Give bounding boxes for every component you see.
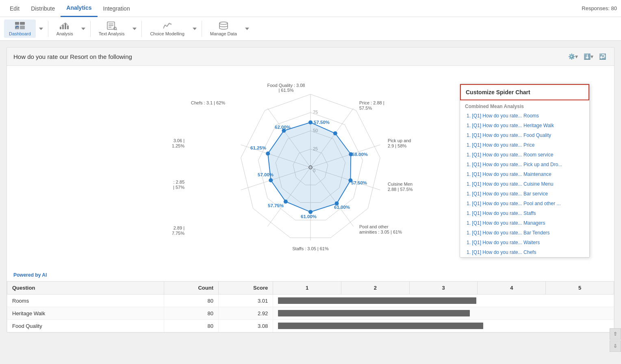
top-navigation: Edit Distribute Analytics Integration Re… [0, 0, 621, 17]
svg-rect-7 [67, 26, 69, 29]
dropdown-item-12[interactable]: 1. [Q1] How do you rate... Bar Tenders [460, 228, 589, 238]
data-point-price [333, 131, 337, 135]
label-pool-sub: aminities : 3.05 | 61% [359, 230, 402, 234]
label-pool: Pool and other [359, 224, 389, 229]
main-toolbar: Dashboard Analysis Text Analysis [0, 17, 621, 41]
toolbar-manage-data[interactable]: Manage Data [205, 20, 242, 38]
data-point-managers [284, 199, 288, 204]
col-count: Count [164, 282, 218, 295]
choice-modelling-icon [162, 21, 173, 30]
cell-bar-heritage [273, 307, 614, 320]
analysis-label: Analysis [56, 31, 73, 36]
data-point-bar-tenders [269, 178, 273, 182]
scroll-up-button[interactable]: ⇧ [610, 328, 621, 333]
toolbar-text-analysis[interactable]: Text Analysis [94, 20, 130, 38]
toolbar-choice-modelling[interactable]: Choice Modelling [145, 20, 189, 38]
dropdown-item-7[interactable]: 1. [Q1] How do you rate... Cuisine Menu [460, 179, 589, 189]
manage-data-dropdown[interactable] [243, 25, 251, 32]
cell-bar-rooms [273, 295, 614, 307]
value-staffs: 61.00% [301, 214, 317, 219]
dropdown-item-8[interactable]: 1. [Q1] How do you rate... Bar service [460, 189, 589, 199]
data-point-food-quality [308, 120, 313, 124]
label-price-sub: 57.5% [359, 106, 372, 110]
label-waiters-sub: 61.25% [172, 143, 185, 148]
col-5: 5 [546, 282, 614, 295]
svg-point-14 [219, 22, 228, 24]
dashboard-icon [14, 21, 26, 30]
label-cuisine-sub: 2.88 | 57.5% [388, 187, 413, 192]
dashboard-dropdown[interactable] [37, 25, 45, 32]
label-bar-tenders: Bar Tenders : 2.85 [172, 180, 185, 184]
customize-spider-dropdown: Customize Spider Chart Combined Mean Ana… [460, 84, 590, 258]
dropdown-item-4[interactable]: 1. [Q1] How do you rate... Room service [460, 150, 589, 160]
dropdown-item-3[interactable]: 1. [Q1] How do you rate... Price [460, 140, 589, 150]
analysis-dropdown[interactable] [80, 25, 87, 32]
nav-integration[interactable]: Integration [98, 0, 136, 17]
powered-by-label: Powered by AI [7, 269, 614, 281]
settings-action-btn[interactable]: ⚙️▾ [567, 52, 580, 61]
svg-rect-6 [65, 23, 66, 29]
toolbar-separator-3 [141, 21, 142, 37]
dropdown-item-5[interactable]: 1. [Q1] How do you rate... Pick up and D… [460, 160, 589, 169]
svg-rect-4 [60, 27, 61, 29]
dropdown-item-0[interactable]: 1. [Q1] How do you rate... Rooms [460, 111, 589, 121]
label-managers-sub: 57.75% [172, 231, 185, 236]
spider-chart-container: .spider-ring { fill: none; stroke: #ccc;… [172, 74, 449, 261]
nav-analytics[interactable]: Analytics [61, 0, 97, 17]
label-pickup: Pick up and [388, 138, 411, 143]
value-cuisine: 57.50% [351, 180, 367, 185]
manage-data-label: Manage Data [210, 31, 237, 36]
cell-count-rooms: 80 [164, 295, 218, 307]
cell-count-food-quality: 80 [164, 320, 218, 332]
value-pool: 61.00% [334, 205, 350, 210]
toolbar-analysis[interactable]: Analysis [52, 20, 78, 38]
dropdown-item-11[interactable]: 1. [Q1] How do you rate... Managers [460, 218, 589, 228]
label-managers: Managers : 2.89 | [172, 225, 185, 230]
data-point-staffs [308, 210, 313, 214]
download-action-btn[interactable]: ⬇️▾ [582, 52, 595, 61]
spider-data-polygon [268, 122, 351, 212]
cell-score-food-quality: 3.08 [219, 320, 273, 332]
dropdown-item-1[interactable]: 1. [Q1] How do you rate... Heritage Walk [460, 121, 589, 130]
svg-line-13 [116, 29, 117, 30]
col-score: Score [219, 282, 273, 295]
dropdown-item-14[interactable]: 1. [Q1] How do you rate... Chefs [460, 247, 589, 257]
table-row: Heritage Walk 80 2.92 [7, 307, 614, 320]
manage-data-icon [218, 21, 229, 30]
label-chefs: Chefs : 3.1 | 62% [191, 100, 225, 105]
ring-label-75: 75 [313, 110, 318, 115]
nav-distribute[interactable]: Distribute [25, 0, 61, 17]
value-food-quality: 57.50% [314, 120, 330, 125]
dropdown-item-2[interactable]: 1. [Q1] How do you rate... Food Quality [460, 130, 589, 140]
dropdown-item-6[interactable]: 1. [Q1] How do you rate... Maintenance [460, 169, 589, 179]
cell-question-rooms: Rooms [7, 295, 164, 307]
toolbar-separator-4 [202, 21, 202, 37]
dropdown-item-13[interactable]: 1. [Q1] How do you rate... Waiters [460, 238, 589, 247]
dropdown-item-9[interactable]: 1. [Q1] How do you rate... Pool and othe… [460, 199, 589, 208]
dropdown-item-10[interactable]: 1. [Q1] How do you rate... Staffs [460, 208, 589, 218]
svg-rect-1 [20, 22, 25, 25]
chart-title: How do you rate our Resort on the follow… [13, 53, 567, 60]
text-analysis-dropdown[interactable] [131, 25, 138, 32]
nav-edit[interactable]: Edit [4, 0, 25, 17]
chart-header: How do you rate our Resort on the follow… [7, 48, 614, 66]
bar-food-quality [278, 323, 483, 329]
share-action-btn[interactable]: ↩️ [597, 52, 608, 61]
data-table: Question Count Score 1 2 3 4 5 Rooms 80 … [7, 281, 614, 332]
text-analysis-icon [106, 21, 117, 30]
bar-rooms [278, 297, 476, 304]
label-pickup-sub: 2.9 | 58% [388, 143, 406, 148]
label-price: Price : 2.88 | [359, 100, 384, 105]
choice-modelling-dropdown[interactable] [191, 25, 198, 32]
value-managers: 57.75% [268, 203, 284, 208]
chart-actions: ⚙️▾ ⬇️▾ ↩️ [567, 52, 608, 61]
analysis-icon [59, 21, 70, 30]
label-staffs: Staffs : 3.05 | 61% [292, 246, 329, 251]
toolbar-dashboard[interactable]: Dashboard [4, 20, 36, 38]
table-row: Food Quality 80 3.08 [7, 320, 614, 332]
toolbar-separator-1 [48, 21, 48, 37]
label-waiters: Waiters : 3.06 | [172, 138, 185, 143]
svg-rect-3 [20, 26, 25, 29]
cell-score-rooms: 3.01 [219, 295, 273, 307]
dropdown-title: Customize Spider Chart [460, 84, 589, 100]
